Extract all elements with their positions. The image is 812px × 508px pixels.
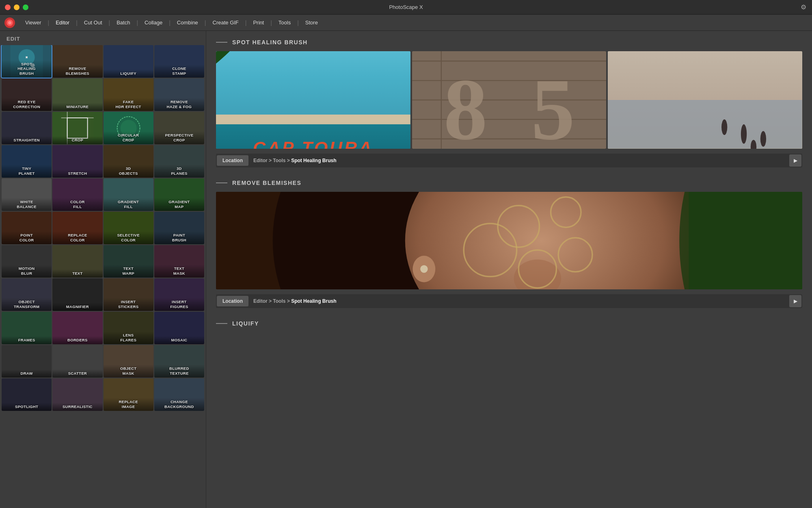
tool-circular-crop[interactable]: CIRCULAR CROP bbox=[104, 112, 153, 144]
section-title-2: REMOVE BLEMISHES bbox=[232, 180, 301, 186]
tool-stretch[interactable]: STRETCH bbox=[52, 145, 102, 178]
tool-label-object-mask: OBJECT MASK bbox=[104, 365, 153, 378]
tool-magnifier[interactable]: MAGNIFIER bbox=[52, 278, 102, 311]
menu-editor[interactable]: Editor bbox=[50, 17, 75, 28]
tools-grid: SPOT HEALING BRUSHREMOVE BLEMISHESLIQUIF… bbox=[0, 45, 206, 412]
tool-object-transform[interactable]: OBJECT TRANSFORM bbox=[2, 278, 52, 311]
tool-label-spot-healing: SPOT HEALING BRUSH bbox=[2, 60, 52, 78]
tool-replace-image[interactable]: REPLACE IMAGE bbox=[104, 378, 153, 411]
section-header-3: LIQUIFY bbox=[216, 320, 802, 327]
tool-3d-planes[interactable]: 3D PLANES bbox=[154, 145, 204, 178]
brick-image: 8 5 bbox=[412, 51, 607, 149]
tool-label-perspective-crop: PERSPECTIVE CROP bbox=[154, 131, 204, 144]
content-area[interactable]: SPOT HEALING BRUSH bbox=[206, 31, 812, 508]
tool-crop[interactable]: CROP bbox=[52, 112, 102, 144]
section-remove-blemishes: REMOVE BLEMISHES bbox=[216, 180, 802, 308]
tool-label-insert-stickers: INSERT STICKERS bbox=[104, 298, 153, 311]
tool-white-balance[interactable]: WHITE BALANCE bbox=[2, 178, 52, 211]
tool-selective-color[interactable]: SELECTIVE COLOR bbox=[104, 212, 153, 244]
tool-remove-haze[interactable]: REMOVE HAZE & FOG bbox=[154, 78, 204, 111]
svg-point-88 bbox=[760, 131, 766, 147]
menu-store[interactable]: Store bbox=[300, 17, 324, 28]
maximize-button[interactable] bbox=[23, 4, 28, 10]
menu-creategif[interactable]: Create GIF bbox=[207, 17, 244, 28]
svg-rect-61 bbox=[216, 115, 410, 124]
tool-paint-brush[interactable]: PAINT BRUSH bbox=[154, 212, 204, 244]
app-title: PhotoScape X bbox=[389, 4, 423, 10]
tool-change-background[interactable]: CHANGE BACKGROUND bbox=[154, 378, 204, 411]
tool-red-eye[interactable]: RED EYE CORRECTION bbox=[2, 78, 52, 111]
tool-motion-blur[interactable]: MOTION BLUR bbox=[2, 245, 52, 278]
tool-point-color[interactable]: POINT COLOR bbox=[2, 212, 52, 244]
app-logo bbox=[4, 17, 15, 28]
tool-gradient-map[interactable]: GRADIENT MAP bbox=[154, 178, 204, 211]
tool-label-stretch: STRETCH bbox=[52, 169, 102, 178]
loc-highlight-0: Spot Healing Brush bbox=[291, 158, 336, 163]
tool-clone-stamp[interactable]: CLONE STAMP bbox=[154, 45, 204, 78]
tool-straighten[interactable]: STRAIGHTEN bbox=[2, 112, 52, 144]
titlebar: PhotoScape X ⚙ bbox=[0, 0, 812, 15]
tool-label-text-mask: TEXT MASK bbox=[154, 265, 204, 278]
tool-surrealistic[interactable]: SURREALISTIC bbox=[52, 378, 102, 411]
menu-combine[interactable]: Combine bbox=[171, 17, 204, 28]
close-button[interactable] bbox=[5, 4, 11, 10]
location-bar-2: Location Editor > Tools > Spot Healing B… bbox=[216, 294, 802, 308]
beach-image bbox=[608, 51, 802, 149]
tool-replace-color[interactable]: REPLACE COLOR bbox=[52, 212, 102, 244]
menu-batch[interactable]: Batch bbox=[111, 17, 136, 28]
image-grid-1: CAP TOURA bbox=[216, 51, 802, 149]
svg-point-97 bbox=[420, 265, 428, 273]
location-button-1[interactable]: Location bbox=[217, 155, 248, 166]
section-line-1 bbox=[216, 42, 227, 43]
tool-blurred-texture[interactable]: BLURRED TEXTURE bbox=[154, 345, 204, 378]
location-bar-1: Location Editor > Tools > Spot Healing B… bbox=[216, 154, 802, 167]
tool-text-mask[interactable]: TEXT MASK bbox=[154, 245, 204, 278]
tool-mosaic[interactable]: MOSAIC bbox=[154, 312, 204, 344]
tool-lens-flares[interactable]: LENS FLARES bbox=[104, 312, 153, 344]
svg-text:5: 5 bbox=[531, 61, 575, 149]
play-button-1[interactable]: ▶ bbox=[789, 154, 801, 167]
tool-label-object-transform: OBJECT TRANSFORM bbox=[2, 298, 52, 311]
tool-text[interactable]: TEXT bbox=[52, 245, 102, 278]
tool-tiny-planet[interactable]: TINY PLANET bbox=[2, 145, 52, 178]
menu-collage[interactable]: Collage bbox=[139, 17, 168, 28]
tool-spotlight[interactable]: SPOTLIGHT bbox=[2, 378, 52, 411]
section-liquify: LIQUIFY bbox=[216, 320, 802, 327]
tool-frames[interactable]: FRAMES bbox=[2, 312, 52, 344]
tool-text-warp[interactable]: TEXT WARP bbox=[104, 245, 153, 278]
tool-label-gradient-fill: GRADIENT FILL bbox=[104, 198, 153, 211]
menu-cutout[interactable]: Cut Out bbox=[78, 17, 108, 28]
tool-borders[interactable]: BORDERS bbox=[52, 312, 102, 344]
tool-liquify[interactable]: LIQUIFY bbox=[104, 45, 153, 78]
tool-label-remove-haze: REMOVE HAZE & FOG bbox=[154, 98, 204, 111]
tool-remove-blemishes[interactable]: REMOVE BLEMISHES bbox=[52, 45, 102, 78]
menubar: Viewer | Editor | Cut Out | Batch | Coll… bbox=[0, 15, 812, 31]
tool-scatter[interactable]: SCATTER bbox=[52, 345, 102, 378]
tool-3d-objects[interactable]: 3D OBJECTS bbox=[104, 145, 153, 178]
tool-color-fill[interactable]: COLOR FILL bbox=[52, 178, 102, 211]
play-button-2[interactable]: ▶ bbox=[789, 295, 801, 307]
section-title-1: SPOT HEALING BRUSH bbox=[232, 39, 308, 46]
tool-fake-hdr[interactable]: FAKE HDR EFFECT bbox=[104, 78, 153, 111]
menu-viewer[interactable]: Viewer bbox=[19, 17, 47, 28]
tool-gradient-fill[interactable]: GRADIENT FILL bbox=[104, 178, 153, 211]
menu-tools[interactable]: Tools bbox=[273, 17, 296, 28]
tool-insert-figures[interactable]: INSERT FIGURES bbox=[154, 278, 204, 311]
tool-spot-healing[interactable]: SPOT HEALING BRUSH bbox=[2, 45, 52, 78]
tool-object-mask[interactable]: OBJECT MASK bbox=[104, 345, 153, 378]
tool-label-replace-color: REPLACE COLOR bbox=[52, 231, 102, 244]
tool-draw[interactable]: DRAW bbox=[2, 345, 52, 378]
tool-label-clone-stamp: CLONE STAMP bbox=[154, 65, 204, 78]
tool-label-liquify: LIQUIFY bbox=[104, 69, 153, 78]
tool-label-magnifier: MAGNIFIER bbox=[52, 303, 102, 311]
sep-8: | bbox=[270, 20, 273, 26]
settings-icon[interactable]: ⚙ bbox=[801, 3, 806, 11]
section-title-3: LIQUIFY bbox=[232, 320, 259, 327]
tool-label-text: TEXT bbox=[52, 269, 102, 278]
tool-insert-stickers[interactable]: INSERT STICKERS bbox=[104, 278, 153, 311]
location-button-2[interactable]: Location bbox=[217, 296, 248, 306]
minimize-button[interactable] bbox=[14, 4, 19, 10]
tool-miniature[interactable]: MINIATURE bbox=[52, 78, 102, 111]
tool-perspective-crop[interactable]: PERSPECTIVE CROP bbox=[154, 112, 204, 144]
menu-print[interactable]: Print bbox=[247, 17, 270, 28]
